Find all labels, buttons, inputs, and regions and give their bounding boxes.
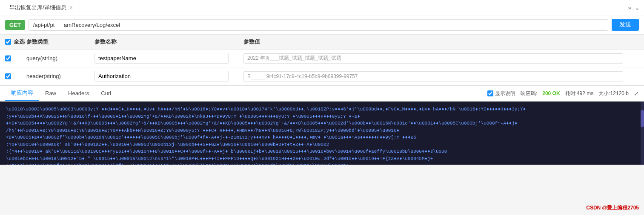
response-tabs: 响应内容 Raw Headers Curl 显示说明 响应码: 200 OK 耗… <box>0 86 644 102</box>
select-all-label: 全选 <box>14 38 25 46</box>
params-section: 全选 参数类型 参数名称 参数值 query(string) header(st… <box>0 35 644 86</box>
expand-icon[interactable]: ⤢ <box>634 90 639 97</box>
response-line: /hN'♦N\u0016♦&;Y0\u0016♦&;Y0\u0016♦&;Y0A… <box>6 127 638 134</box>
response-line: <D♦\u0005♦≥♦♦\u0002f'\u000b♦\u0016N\u001… <box>6 134 638 141</box>
response-line: ♦<D♦\u0005♦♦♦♦\u0002Yg'+&/♦♦KD\u0005♦♦♦\… <box>6 120 638 127</box>
request-bar: GET 发送 <box>0 15 644 35</box>
tab-response-content[interactable]: 响应内容 <box>5 86 39 101</box>
tab-item[interactable]: 导出恢复出库/详细信息 × <box>4 0 78 15</box>
param-checkbox-cell-2[interactable] <box>5 73 26 79</box>
type-header: 参数类型 <box>26 38 94 46</box>
collapse-icon[interactable]: ⌄ <box>635 4 640 11</box>
response-time: 耗时:492 ms <box>565 90 594 97</box>
method-badge: GET <box>5 20 25 30</box>
param-checkbox-2[interactable] <box>5 73 11 79</box>
select-all-cell[interactable]: 全选 <box>5 38 26 46</box>
response-status: 200 OK <box>542 90 560 96</box>
response-size: 大小:12120 b <box>598 90 629 97</box>
param-value-cell-1 <box>243 53 639 64</box>
params-header: 全选 参数类型 参数名称 参数值 <box>0 35 644 49</box>
tab-curl[interactable]: Curl <box>95 87 117 101</box>
close-tab-icon[interactable]: × <box>70 5 73 11</box>
param-type-1: query(string) <box>26 55 94 61</box>
show-desc-checkbox[interactable] <box>487 90 493 96</box>
param-row-2: header(string) <box>0 67 644 85</box>
resp-info: 显示说明 响应码: 200 OK 耗时:492 ms 大小:12120 b ⤢ <box>487 90 639 97</box>
url-input[interactable] <box>29 19 608 31</box>
scrollbar[interactable] <box>641 102 644 165</box>
param-type-2: header(string) <box>26 73 94 79</box>
response-body: \u0010\u0003\u0005\u0003\u0003y;Y ♦♦d♦♦♦… <box>0 102 644 165</box>
param-value-input-2[interactable] <box>243 71 623 81</box>
response-line: A♦t♦♦s\u00♦♦♦\u000f4♦T1I♦♦h♦8\u0018♦♦♦\n… <box>6 162 638 165</box>
param-name-cell-1 <box>94 53 243 64</box>
tab-raw[interactable]: Raw <box>39 87 62 101</box>
more-icon[interactable]: » <box>628 4 631 11</box>
tab-headers[interactable]: Headers <box>62 87 95 101</box>
top-bar: 导出恢复出库/详细信息 × » ⌄ <box>0 0 644 15</box>
top-bar-icons: » ⌄ <box>628 4 640 11</box>
send-button[interactable]: 发送 <box>612 19 639 31</box>
tab-label: 导出恢复出库/详细信息 <box>9 4 66 12</box>
response-line: ;{Y4♦♦\u0010♦ ak'0♦\u0011a\u0019UC♦♦♦ryE… <box>6 148 638 155</box>
show-desc-label: 显示说明 <box>495 90 515 97</box>
response-lines: \u0010\u0003\u0005\u0003\u0003y;Y ♦♦d♦♦♦… <box>6 106 638 165</box>
response-section: 响应内容 Raw Headers Curl 显示说明 响应码: 200 OK 耗… <box>0 86 644 165</box>
param-value-input-1[interactable] <box>243 53 623 64</box>
param-name-input-2[interactable] <box>94 71 229 81</box>
param-checkbox-cell-1[interactable] <box>5 55 26 61</box>
show-desc[interactable]: 显示说明 <box>487 90 515 97</box>
param-checkbox-1[interactable] <box>5 55 11 61</box>
param-name-cell-2 <box>94 71 243 81</box>
param-row-1: query(string) <box>0 49 644 67</box>
response-line: ;y♦♦\u000b♦♦A\u0025♦♦N\u0016\f-♦♦\u0005♦… <box>6 113 638 120</box>
response-line: \u001ebc♦E♦L\u001a\u0012♦"5♦-" \u0015♦♦\… <box>6 155 638 163</box>
value-header: 参数值 <box>243 38 639 46</box>
select-all-checkbox[interactable] <box>5 39 11 45</box>
param-value-cell-2 <box>243 71 639 81</box>
response-line: ;Y0♦\u0010♦\u000a0k' ak'0♦♦\u001aZ♦♦,\u0… <box>6 141 638 148</box>
name-header: 参数名称 <box>94 38 243 46</box>
scrollbar-thumb[interactable] <box>641 110 644 127</box>
response-line: \u0010\u0003\u0005\u0003\u0003y;Y ♦♦d♦♦♦… <box>6 106 638 113</box>
param-name-input-1[interactable] <box>94 53 229 64</box>
response-status-label: 响应码: <box>521 90 537 97</box>
